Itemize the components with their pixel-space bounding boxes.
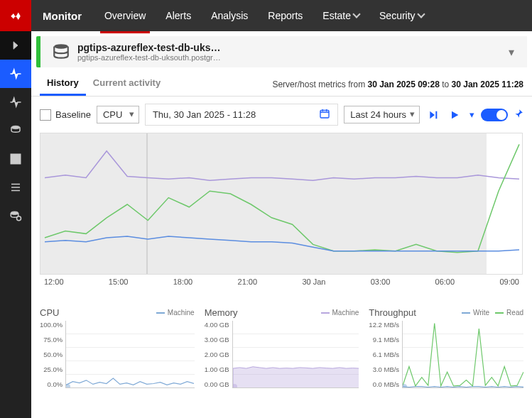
svg-marker-9 xyxy=(233,367,359,388)
y-tick: 0.00 GB xyxy=(205,380,229,388)
y-tick: 4.00 GB xyxy=(205,321,229,329)
y-tick: 100.0% xyxy=(40,321,63,329)
baseline-checkbox[interactable] xyxy=(40,109,51,121)
controls-bar: Baseline CPU Thu, 30 Jan 2025 - 11:28 La… xyxy=(31,97,532,133)
server-dropdown[interactable]: ▾ xyxy=(504,45,519,59)
x-tick: 21:00 xyxy=(238,277,258,286)
svg-rect-1 xyxy=(11,154,21,164)
y-tick: 1.00 GB xyxy=(205,365,229,373)
y-tick: 3.00 GB xyxy=(205,336,229,343)
y-tick: 50.0% xyxy=(40,351,63,358)
play-menu[interactable]: ▾ xyxy=(468,107,475,123)
x-tick: 30 Jan xyxy=(302,277,325,286)
top-navigation: Monitor OverviewAlertsAnalysisReportsEst… xyxy=(0,0,532,31)
y-tick: 6.1 MB/s xyxy=(369,351,399,358)
y-tick: 12.2 MB/s xyxy=(369,321,399,329)
sidebar xyxy=(0,31,31,418)
tabs-row: HistoryCurrent activity Server/host metr… xyxy=(31,67,532,97)
range-select[interactable]: Last 24 hours xyxy=(344,106,420,123)
x-tick: 12:00 xyxy=(44,277,64,286)
metric-select[interactable]: CPU xyxy=(97,106,139,123)
svg-point-8 xyxy=(66,384,70,388)
chevron-down-icon xyxy=(417,10,425,18)
server-banner: pgtips-azureflex-test-db-uks… pgtips-azu… xyxy=(36,36,527,67)
cpu-small-chart[interactable]: CPU Machine 100.0%75.0%50.0%25.0%0.0% xyxy=(40,307,195,388)
svg-point-2 xyxy=(11,211,18,215)
legend-item: Machine xyxy=(321,309,359,317)
nav-item-analysis[interactable]: Analysis xyxy=(202,0,256,31)
calendar-icon[interactable] xyxy=(319,108,330,121)
svg-point-0 xyxy=(11,126,20,129)
nav-item-overview[interactable]: Overview xyxy=(96,0,154,31)
baseline-toggle[interactable]: Baseline xyxy=(40,109,91,121)
small-charts-row: CPU Machine 100.0%75.0%50.0%25.0%0.0% Me… xyxy=(31,286,532,388)
pin-button[interactable] xyxy=(514,109,523,121)
svg-point-3 xyxy=(17,216,21,221)
svg-point-4 xyxy=(54,44,68,48)
metrics-range-text: Server/host metrics from 30 Jan 2025 09:… xyxy=(272,79,523,89)
sidebar-item-config[interactable] xyxy=(0,202,31,230)
skip-forward-button[interactable] xyxy=(425,107,441,123)
nav-item-estate[interactable]: Estate xyxy=(314,0,368,31)
tab-current-activity[interactable]: Current activity xyxy=(86,73,168,96)
baseline-label: Baseline xyxy=(55,109,91,120)
database-icon xyxy=(52,43,70,61)
server-title: pgtips-azureflex-test-db-uks… xyxy=(77,42,504,53)
main-panel: pgtips-azureflex-test-db-uks… pgtips-azu… xyxy=(31,31,532,418)
y-tick: 0.0 MB/s xyxy=(369,380,399,388)
chevron-down-icon xyxy=(352,10,360,18)
sidebar-item-activity[interactable] xyxy=(0,60,31,88)
y-tick: 25.0% xyxy=(40,365,63,373)
memory-chart-title: Memory xyxy=(205,307,238,318)
y-tick: 3.0 MB/s xyxy=(369,365,399,373)
throughput-small-chart[interactable]: Throughput WriteRead 12.2 MB/s9.1 MB/s6.… xyxy=(369,307,523,388)
legend-item: Read xyxy=(495,309,523,317)
sidebar-item-tables[interactable] xyxy=(0,145,31,173)
x-tick: 03:00 xyxy=(371,277,391,286)
legend-item: Write xyxy=(462,309,489,317)
sidebar-item-storage[interactable] xyxy=(0,116,31,145)
main-chart-xaxis: 12:0015:0018:0021:0030 Jan03:0006:0009:0… xyxy=(40,275,523,286)
nav-item-alerts[interactable]: Alerts xyxy=(157,0,200,31)
date-label: Thu, 30 Jan 2025 - 11:28 xyxy=(153,109,256,120)
svg-rect-5 xyxy=(320,110,329,118)
svg-point-11 xyxy=(403,384,407,388)
sidebar-item-lists[interactable] xyxy=(0,173,31,202)
sidebar-item-metrics[interactable] xyxy=(0,88,31,116)
x-tick: 06:00 xyxy=(435,277,455,286)
brand-logo[interactable] xyxy=(0,0,31,31)
brand-name: Monitor xyxy=(31,10,96,22)
legend-item: Machine xyxy=(156,309,195,317)
live-toggle[interactable] xyxy=(481,109,508,121)
sidebar-expand[interactable] xyxy=(0,31,31,60)
x-tick: 18:00 xyxy=(173,277,193,286)
nav-item-security[interactable]: Security xyxy=(371,0,433,31)
svg-rect-7 xyxy=(487,133,523,275)
server-subtitle: pgtips-azureflex-test-db-uksouth.postgr… xyxy=(77,53,504,62)
x-tick: 09:00 xyxy=(499,277,519,286)
main-chart[interactable]: 12:0015:0018:0021:0030 Jan03:0006:0009:0… xyxy=(40,133,523,286)
nav-items: OverviewAlertsAnalysisReportsEstateSecur… xyxy=(96,0,433,31)
memory-small-chart[interactable]: Memory Machine 4.00 GB3.00 GB2.00 GB1.00… xyxy=(205,307,359,388)
throughput-chart-title: Throughput xyxy=(369,307,416,318)
nav-item-reports[interactable]: Reports xyxy=(259,0,311,31)
y-tick: 9.1 MB/s xyxy=(369,336,399,343)
x-tick: 15:00 xyxy=(109,277,129,286)
date-display[interactable]: Thu, 30 Jan 2025 - 11:28 xyxy=(145,104,338,126)
tab-history[interactable]: History xyxy=(40,73,86,96)
cpu-chart-title: CPU xyxy=(40,307,59,318)
y-tick: 0.0% xyxy=(40,380,63,388)
y-tick: 2.00 GB xyxy=(205,351,229,358)
y-tick: 75.0% xyxy=(40,336,63,343)
play-button[interactable] xyxy=(447,107,462,123)
